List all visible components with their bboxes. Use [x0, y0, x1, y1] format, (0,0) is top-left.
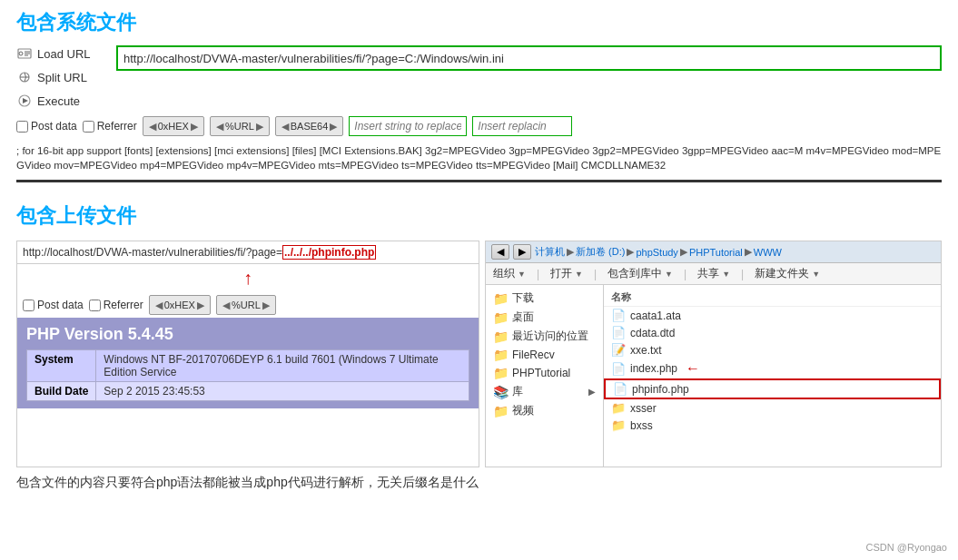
- folder-tree-item[interactable]: 📁PHPTutorial: [486, 364, 603, 382]
- expand-icon: ▶: [588, 387, 596, 397]
- percent-url-button[interactable]: ◀ %URL ▶: [210, 116, 270, 136]
- arrow-up-indicator: ↑: [17, 264, 479, 292]
- controls-row2: Post data Referrer ◀ 0xHEX ▶ ◀ %URL ▶: [17, 292, 479, 318]
- breadcrumb-separator: ▶: [627, 246, 634, 258]
- explorer-toolbar: 组织▼|打开▼|包含到库中▼|共享▼|新建文件夹▼: [486, 263, 941, 285]
- breadcrumb-separator: ▶: [680, 246, 687, 258]
- file-name: cdata.dtd: [630, 327, 675, 339]
- post-data-check[interactable]: [16, 121, 28, 133]
- load-url-button[interactable]: Load URL: [16, 45, 91, 62]
- folder-tree: 📁下载📁桌面📁最近访问的位置📁FileRecv📁PHPTutorial📚库▶📁视…: [486, 285, 604, 467]
- breadcrumb-item[interactable]: WWW: [754, 247, 782, 258]
- file-type-icon: 📁: [611, 418, 626, 432]
- chevron-down-icon: ▼: [575, 270, 583, 279]
- controls-row: Post data Referrer ◀ 0xHEX ▶ ◀ %URL ▶ ◀ …: [16, 113, 942, 140]
- chevron-down-icon: ▼: [812, 270, 820, 279]
- output-text: ; for 16-bit app support [fonts] [extens…: [16, 140, 942, 176]
- execute-button[interactable]: Execute: [16, 93, 80, 109]
- base64-button[interactable]: ◀ BASE64 ▶: [275, 116, 344, 136]
- url-prefix: http://localhost/DVWA-master/vulnerabili…: [23, 246, 282, 259]
- folder-tree-item[interactable]: 📁下载: [486, 289, 603, 308]
- php-info-section: PHP Version 5.4.45 SystemWindows NT BF-2…: [17, 318, 479, 408]
- hex-button[interactable]: ◀ 0xHEX ▶: [143, 116, 204, 136]
- file-list-header: 名称: [604, 289, 941, 307]
- file-list: 名称 📄caata1.ata📄cdata.dtd📝xxe.txt📄index.p…: [604, 285, 941, 467]
- file-item[interactable]: 📄caata1.ata: [604, 307, 941, 324]
- explorer-toolbar-item[interactable]: 组织▼: [493, 266, 526, 281]
- file-item[interactable]: 📄phpinfo.php: [604, 378, 941, 399]
- split-url-button[interactable]: Split URL: [16, 69, 87, 85]
- explorer-toolbar-item[interactable]: 打开▼: [550, 266, 583, 281]
- folder-tree-item[interactable]: 📁桌面: [486, 308, 603, 327]
- insert-replace-input[interactable]: [472, 116, 572, 136]
- php-table: SystemWindows NT BF-20170706DEYP 6.1 bui…: [26, 349, 469, 401]
- breadcrumb-item[interactable]: 新加卷 (D:): [576, 245, 625, 259]
- table-row: Build DateSep 2 2015 23:45:53: [27, 382, 469, 401]
- referrer-checkbox2[interactable]: Referrer: [89, 299, 143, 311]
- file-type-icon: 📄: [611, 309, 626, 322]
- php-version-title: PHP Version 5.4.45: [26, 325, 469, 344]
- hex-arrow-left2: ◀: [155, 300, 163, 311]
- section1-title: 包含系统文件: [0, 0, 958, 42]
- breadcrumb-item[interactable]: phpStudy: [636, 247, 677, 258]
- folder-tree-item[interactable]: 📁视频: [486, 401, 603, 420]
- explorer-toolbar-item[interactable]: 共享▼: [697, 266, 730, 281]
- file-item[interactable]: 📁bxss: [604, 417, 941, 434]
- file-item[interactable]: 📝xxe.txt: [604, 341, 941, 359]
- explorer-header: ◀ ▶ 计算机 ▶ 新加卷 (D:) ▶ phpStudy ▶ PHPTutor…: [486, 241, 941, 263]
- split-url-icon: [16, 69, 33, 85]
- url-suffix-highlighted: ../../../phpinfo.php: [282, 245, 376, 260]
- arrow-indicator: ←: [686, 360, 700, 377]
- hex-arrow-left: ◀: [149, 121, 156, 133]
- referrer-check[interactable]: [83, 121, 94, 133]
- referrer-checkbox[interactable]: Referrer: [83, 120, 137, 133]
- folder-tree-item[interactable]: 📁最近访问的位置: [486, 327, 603, 346]
- hex-arrow-right: ▶: [191, 121, 198, 133]
- execute-icon: [16, 93, 33, 109]
- file-type-icon: 📁: [611, 401, 626, 415]
- breadcrumb-item[interactable]: PHPTutorial: [689, 247, 743, 258]
- folder-icon: 📁: [493, 310, 509, 325]
- hex-button2[interactable]: ◀ 0xHEX ▶: [149, 295, 211, 315]
- breadcrumb-item[interactable]: 计算机: [535, 245, 565, 259]
- left-panel: http://localhost/DVWA-master/vulnerabili…: [16, 241, 479, 467]
- csdn-watermark: CSDN @Ryongao: [866, 542, 947, 553]
- forward-button[interactable]: ▶: [513, 244, 531, 260]
- folder-tree-item[interactable]: 📚库▶: [486, 382, 603, 401]
- file-name: bxss: [630, 419, 653, 432]
- chevron-down-icon: ▼: [665, 270, 673, 279]
- url-input-field[interactable]: [116, 45, 942, 71]
- section2: 包含上传文件 http://localhost/DVWA-master/vuln…: [0, 193, 958, 467]
- section1: 包含系统文件 Load: [0, 0, 958, 193]
- folder-icon: 📁: [493, 329, 509, 344]
- url-bar-top: http://localhost/DVWA-master/vulnerabili…: [17, 241, 479, 264]
- post-data-checkbox2[interactable]: Post data: [23, 299, 84, 311]
- load-url-icon: [16, 45, 33, 62]
- insert-string-input[interactable]: [349, 116, 467, 136]
- toolbar-separator: |: [537, 268, 539, 280]
- post-data-check2[interactable]: [23, 300, 35, 311]
- base64-arrow-left: ◀: [281, 121, 289, 133]
- back-button[interactable]: ◀: [491, 244, 509, 260]
- toolbar-separator: |: [594, 268, 597, 280]
- divider: [16, 180, 942, 182]
- file-name: xxe.txt: [630, 344, 662, 357]
- folder-icon: 📁: [493, 366, 509, 380]
- file-item[interactable]: 📄index.php←: [604, 359, 941, 378]
- folder-icon: 📁: [493, 291, 509, 306]
- percent-url-button2[interactable]: ◀ %URL ▶: [216, 295, 276, 315]
- file-item[interactable]: 📁xsser: [604, 399, 941, 417]
- explorer-content: 📁下载📁桌面📁最近访问的位置📁FileRecv📁PHPTutorial📚库▶📁视…: [486, 285, 941, 467]
- referrer-check2[interactable]: [89, 300, 101, 311]
- file-type-icon: 📄: [611, 326, 626, 339]
- chevron-down-icon: ▼: [722, 270, 730, 279]
- post-data-checkbox[interactable]: Post data: [16, 120, 77, 133]
- file-explorer: ◀ ▶ 计算机 ▶ 新加卷 (D:) ▶ phpStudy ▶ PHPTutor…: [485, 241, 942, 467]
- svg-marker-8: [23, 98, 28, 103]
- svg-point-1: [19, 52, 23, 55]
- file-item[interactable]: 📄cdata.dtd: [604, 324, 941, 341]
- explorer-toolbar-item[interactable]: 包含到库中▼: [607, 266, 673, 281]
- file-name: phpinfo.php: [632, 383, 689, 396]
- folder-tree-item[interactable]: 📁FileRecv: [486, 346, 603, 364]
- explorer-toolbar-item[interactable]: 新建文件夹▼: [755, 266, 820, 281]
